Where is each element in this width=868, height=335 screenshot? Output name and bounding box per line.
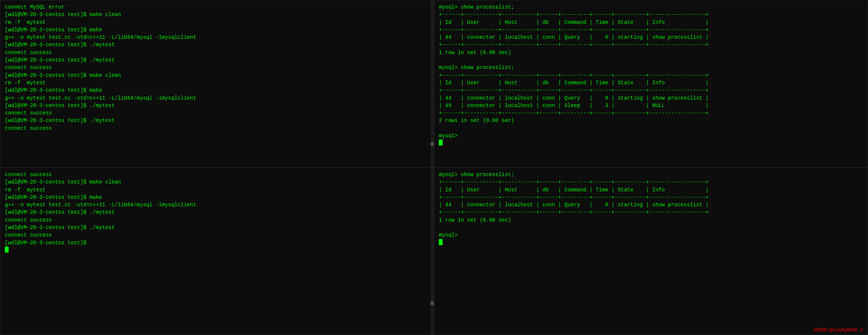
terminal-content-bottom-right: mysql> show processlist; +------+-------… <box>439 171 863 239</box>
cursor-bottom-left <box>5 247 9 253</box>
terminal-bottom-left: connect success [wdl@VM-28-3-centos test… <box>0 168 434 335</box>
terminal-content-bottom-left: connect success [wdl@VM-28-3-centos test… <box>5 171 429 247</box>
terminal-content-top-right: mysql> show processlist; +------+-------… <box>439 3 863 140</box>
terminal-bottom-right: mysql> show processlist; +------+-------… <box>434 168 868 335</box>
cursor-bottom-right <box>439 239 443 245</box>
scrollbar-top-left[interactable] <box>431 0 434 167</box>
terminal-content-top-left: connect MySQL error [wdl@VM-28-3-centos … <box>5 3 429 132</box>
csdn-badge: CSDN @LuckyRich_1 <box>813 327 863 332</box>
scrollbar-bottom-left[interactable] <box>431 168 434 335</box>
cursor-top-right <box>439 140 443 145</box>
terminal-top-right: mysql> show processlist; +------+-------… <box>434 0 868 168</box>
terminal-top-left: connect MySQL error [wdl@VM-28-3-centos … <box>0 0 434 168</box>
